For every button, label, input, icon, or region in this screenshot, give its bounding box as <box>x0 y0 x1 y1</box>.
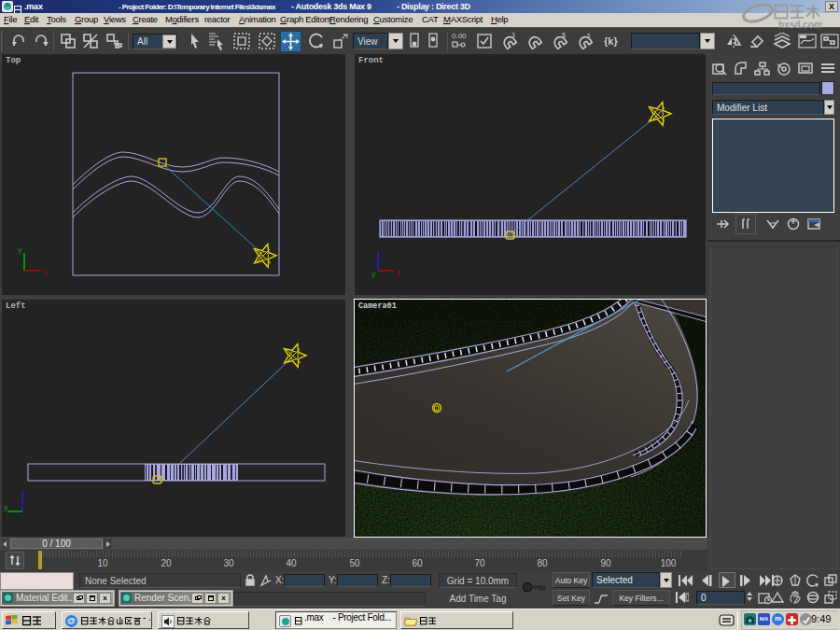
svg-text:x: x <box>43 268 48 276</box>
svg-text:y: y <box>4 503 8 511</box>
svg-text:y: y <box>371 270 376 278</box>
svg-text:y: y <box>18 245 22 254</box>
svg-text:x: x <box>397 268 401 276</box>
svg-text:hxsd.com: hxsd.com <box>778 20 822 29</box>
